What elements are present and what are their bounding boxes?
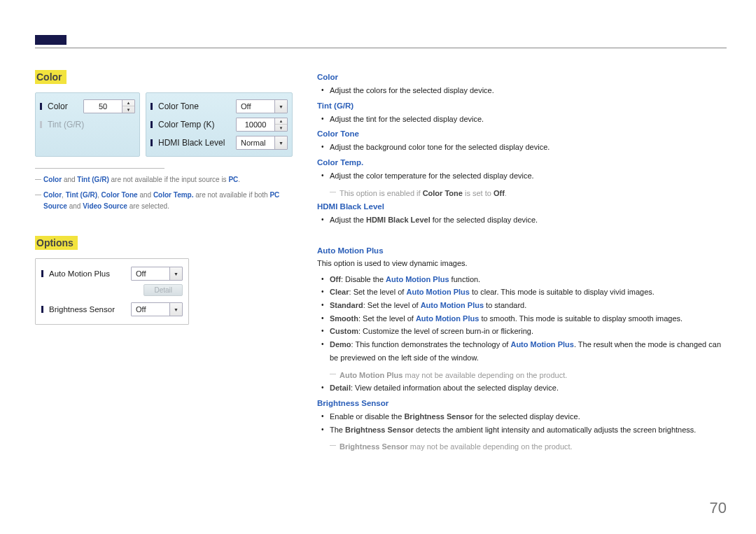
- li-text: : Disable the: [341, 275, 386, 283]
- chevron-down-icon[interactable]: ▼: [274, 136, 287, 149]
- hdmi-black-value: Normal: [237, 139, 274, 147]
- label-color-temp-k: Color Temp (K): [158, 120, 232, 129]
- section-heading-options: Options: [35, 236, 78, 250]
- li-term: Clear: [330, 288, 349, 296]
- li-custom: Custom: Customize the level of screen bu…: [330, 325, 727, 338]
- li: Adjust the color temperature for the sel…: [330, 169, 727, 183]
- head-color-tone: Color Tone: [317, 129, 727, 138]
- list-bs: Enable or disable the Brightness Sensor …: [317, 410, 727, 436]
- color-value: 50: [84, 102, 122, 111]
- amp-select[interactable]: Off ▼: [131, 267, 183, 281]
- list-amp-detail: Detail: View detailed information about …: [317, 381, 727, 395]
- color-temp-spinner[interactable]: 10000 ▲ ▼: [236, 118, 288, 132]
- chevron-down-icon[interactable]: ▼: [169, 303, 182, 316]
- footnote-2: Color, Tint (G/R), Color Tone and Color …: [35, 190, 298, 212]
- row-marker-icon: [150, 121, 153, 128]
- note-bs: Brightness Sensor may not be available d…: [330, 440, 727, 454]
- chevron-up-icon[interactable]: ▲: [275, 118, 287, 125]
- note-text: may not be available depending on the pr…: [408, 442, 573, 451]
- right-column: Color Adjust the colors for the selected…: [317, 70, 727, 454]
- li-smooth: Smooth: Set the level of Auto Motion Plu…: [330, 312, 727, 325]
- li-text: for the selected display device.: [430, 216, 538, 224]
- label-color: Color: [48, 101, 79, 111]
- page-number: 70: [710, 499, 727, 517]
- li-term: Auto Motion Plus: [406, 288, 469, 296]
- detail-row: Detail: [41, 283, 183, 300]
- spinner-arrows[interactable]: ▲ ▼: [274, 118, 287, 131]
- li: Adjust the tint for the selected display…: [330, 113, 727, 126]
- fn-text: are selected.: [127, 202, 169, 210]
- row-marker-icon: [40, 121, 42, 128]
- row-marker-icon: [41, 270, 43, 277]
- color-tone-select[interactable]: Off ▼: [236, 99, 288, 113]
- chevron-down-icon[interactable]: ▼: [122, 106, 134, 113]
- chevron-down-icon[interactable]: ▼: [275, 125, 287, 131]
- head-hdmi-black: HDMI Black Level: [317, 202, 727, 211]
- color-panel-right: Color Tone Off ▼ Color Temp (K) 10000 ▲ …: [146, 92, 293, 157]
- li: Enable or disable the Brightness Sensor …: [330, 410, 727, 423]
- header-rule: [35, 48, 727, 48]
- brightness-select[interactable]: Off ▼: [131, 302, 183, 316]
- li-term: Auto Motion Plus: [386, 275, 449, 283]
- amp-value: Off: [132, 269, 169, 278]
- fn-term: Color Tone: [102, 191, 138, 199]
- chevron-down-icon[interactable]: ▼: [169, 267, 182, 280]
- li-text: : This function demonstrates the technol…: [351, 340, 511, 349]
- note-text: is set to: [463, 189, 493, 197]
- li-text: Enable or disable the: [330, 412, 404, 421]
- li-detail: Detail: View detailed information about …: [330, 381, 727, 395]
- row-brightness-sensor: Brightness Sensor Off ▼: [41, 300, 183, 318]
- fn-term: Tint (G/R): [66, 191, 97, 199]
- li-term: Brightness Sensor: [345, 426, 414, 434]
- li-term: Standard: [330, 301, 363, 309]
- detail-button[interactable]: Detail: [144, 284, 183, 296]
- hdmi-black-select[interactable]: Normal ▼: [236, 136, 288, 150]
- note-text: may not be available depending on the pr…: [402, 371, 567, 379]
- fn-term: Color: [43, 176, 62, 183]
- brightness-value: Off: [132, 305, 169, 314]
- li-term: Brightness Sensor: [404, 412, 472, 421]
- li: The Brightness Sensor detects the ambien…: [330, 423, 727, 437]
- list-tone: Adjust the background color tone for the…: [317, 141, 727, 154]
- li-text: for the selected display device.: [472, 412, 580, 421]
- fn-term: Tint (G/R): [77, 176, 108, 183]
- label-color-tone: Color Tone: [158, 101, 232, 111]
- note-term: Off: [493, 189, 505, 197]
- li-text: : Set the level of: [358, 314, 416, 323]
- fn-term: Color Temp.: [153, 191, 194, 199]
- label-amp: Auto Motion Plus: [49, 269, 127, 278]
- note-term: Auto Motion Plus: [340, 371, 402, 379]
- li-term: Auto Motion Plus: [421, 301, 484, 309]
- note-text: This option is enabled if: [340, 189, 423, 197]
- chevron-down-icon[interactable]: ▼: [274, 100, 287, 113]
- li-text: detects the ambient light intensity and …: [414, 426, 696, 434]
- options-panel: Auto Motion Plus Off ▼ Detail Brightness…: [35, 258, 189, 325]
- li-text: to smooth. This mode is suitable to disp…: [479, 314, 682, 323]
- color-spinner[interactable]: 50 ▲ ▼: [83, 99, 135, 113]
- fn-text: and: [138, 191, 153, 199]
- row-marker-icon: [40, 103, 42, 110]
- left-column: Color Color 50 ▲ ▼ Tint (G/R): [35, 70, 298, 325]
- note-text: .: [505, 189, 507, 197]
- li-text: to standard.: [484, 301, 526, 309]
- fn-term: Video Source: [83, 202, 127, 210]
- li-text: : Set the level of: [349, 288, 407, 296]
- li: Adjust the HDMI Black Level for the sele…: [330, 213, 727, 227]
- label-tint: Tint (G/R): [48, 120, 135, 129]
- chevron-up-icon[interactable]: ▲: [122, 100, 134, 106]
- label-brightness: Brightness Sensor: [49, 305, 127, 314]
- fn-term: Color: [43, 191, 62, 199]
- li-text: : Set the level of: [363, 301, 421, 309]
- row-auto-motion-plus: Auto Motion Plus Off ▼: [41, 265, 183, 283]
- li-term: Off: [330, 275, 341, 283]
- fn-term: PC: [228, 176, 238, 183]
- fn-text: and: [62, 176, 77, 183]
- amp-intro: This option is used to view dynamic imag…: [317, 258, 727, 270]
- li-demo: Demo: This function demonstrates the tec…: [330, 338, 727, 364]
- row-hdmi-black: HDMI Black Level Normal ▼: [150, 134, 288, 152]
- head-amp: Auto Motion Plus: [317, 246, 727, 255]
- fn-text: are not available if both: [193, 191, 270, 199]
- spinner-arrows[interactable]: ▲ ▼: [122, 100, 134, 113]
- header-accent: [35, 35, 66, 45]
- li-term: Smooth: [330, 314, 358, 323]
